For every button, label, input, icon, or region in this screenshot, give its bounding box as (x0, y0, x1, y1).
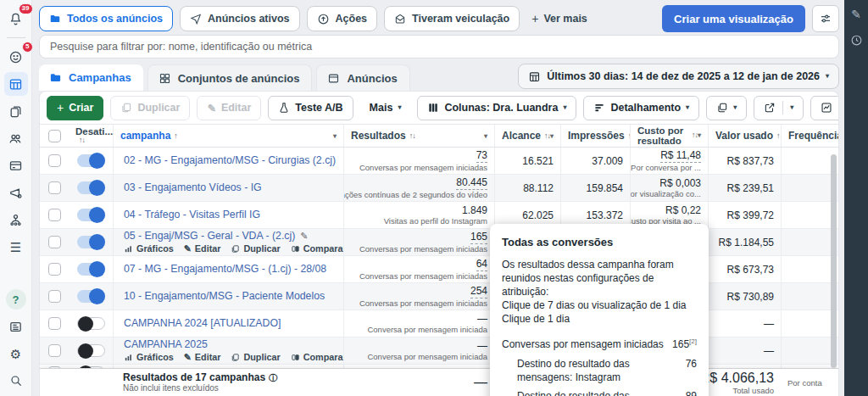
result-value[interactable]: — (477, 340, 487, 352)
campaign-toggle[interactable] (77, 263, 105, 276)
row-checkbox[interactable] (48, 154, 61, 167)
updates-button[interactable] (4, 315, 28, 338)
header-toggle[interactable]: Desati... ↑↓ (69, 125, 113, 147)
campaign-toggle[interactable] (77, 236, 105, 248)
charts-panel-button[interactable] (810, 96, 839, 120)
chevron-down-icon: ▾ (484, 132, 487, 140)
ab-test-button[interactable]: Teste A/B (268, 96, 353, 120)
toolbar-right: Colunas: Dra. Luandra ▾ Detalhamento ▾ ▾ (417, 96, 839, 120)
all-tools-menu-icon[interactable]: ☰ (4, 235, 28, 259)
result-value[interactable]: 64 (476, 258, 487, 271)
select-all-checkbox[interactable] (48, 130, 61, 142)
campaign-name-link[interactable]: 07 - MG - Engajamento/MSG - (1.cj) - 28/… (124, 263, 326, 275)
campaign-name-link[interactable]: 10 - Engajamento/MSG - Paciente Modelos (124, 290, 325, 302)
campaign-toggle[interactable] (77, 209, 105, 221)
header-impressions[interactable]: Impressões ↑↓ ▾ (560, 125, 630, 147)
date-range-picker[interactable]: Últimos 30 dias: 14 de dez de 2025 a 12 … (518, 64, 839, 89)
duplicate-action[interactable]: Duplicar (231, 243, 280, 254)
adjust-filters-button[interactable] (812, 5, 839, 32)
edit-name-icon[interactable]: ✎ (300, 231, 308, 242)
campaign-name-link[interactable]: 04 - Tráfego - Visitas Perfil IG (124, 209, 260, 220)
edit-tool-icon[interactable]: ✎ (851, 8, 861, 20)
filter-had-delivery[interactable]: Tiveram veiculação (384, 6, 520, 31)
cost-value[interactable]: R$ 0,22 (665, 204, 701, 216)
campaign-toggle[interactable] (77, 344, 105, 357)
duplicate-button[interactable]: Duplicar (110, 96, 190, 120)
campaign-name-link[interactable]: CAMPANHA 2024 [ATUALIZADO] (124, 317, 281, 329)
result-value[interactable]: 73 (476, 149, 487, 162)
edit-action[interactable]: ✎Editar (184, 243, 221, 254)
edit-button[interactable]: ✎ Editar (197, 96, 261, 120)
row-checkbox[interactable] (48, 263, 61, 276)
campaign-name-link[interactable]: 02 - MG - Engajamento/MSG - Cirurgias (2… (124, 154, 336, 166)
header-label: Alcance (502, 130, 541, 142)
create-view-button[interactable]: Criar uma visualização (662, 5, 805, 32)
compare-action[interactable]: Comparar (291, 352, 343, 362)
campaign-name-link[interactable]: 03 - Engajamento Vídeos - IG (124, 181, 262, 193)
campaign-name-link[interactable]: CAMPANHA 2025 (124, 338, 208, 350)
business-account-icon[interactable]: 5 (4, 45, 28, 69)
info-icon[interactable]: ⓘ (269, 373, 277, 382)
help-button[interactable]: ? (4, 287, 28, 311)
filter-actions[interactable]: Ações (307, 6, 378, 31)
edit-action[interactable]: ✎Editar (184, 352, 221, 362)
sidebar-item-ads-settings[interactable] (4, 181, 28, 204)
row-checkbox[interactable] (48, 209, 61, 221)
export-button[interactable]: ▾ (754, 96, 804, 120)
campaign-toggle[interactable] (77, 181, 105, 194)
sidebar-item-business-assets[interactable] (4, 208, 28, 231)
campaign-toggle[interactable] (77, 290, 105, 303)
result-value[interactable]: 254 (470, 285, 487, 298)
cost-value[interactable]: R$ 0,003 (659, 177, 701, 189)
reports-button[interactable]: ▾ (706, 96, 747, 120)
header-frequency[interactable]: Frequência (781, 125, 838, 147)
campaign-cell: CAMPANHA 2025 Gráficos ✎Editar Duplicar … (113, 337, 343, 364)
row-checkbox[interactable] (48, 290, 61, 303)
header-reach[interactable]: Alcance ↑↓ ▾ (494, 125, 560, 147)
charts-action[interactable]: Gráficos (124, 352, 174, 362)
sidebar-item-pages[interactable] (4, 99, 28, 123)
notifications-bell-icon[interactable]: 39 (4, 7, 28, 31)
row-checkbox[interactable] (48, 181, 61, 194)
more-button[interactable]: Mais ▾ (360, 96, 411, 120)
header-results[interactable]: Resultados ↑↓ ▾ (343, 125, 494, 147)
filter-active-ads[interactable]: Anúncios ativos (180, 6, 300, 31)
breakdown-button[interactable]: Detalhamento ▾ (583, 96, 699, 120)
header-campaign[interactable]: campanha ↑ ▾ (113, 125, 343, 147)
header-cost-per-result[interactable]: Custo por resultado ↑↓ ▾ (630, 125, 708, 147)
columns-button[interactable]: Colunas: Dra. Luandra ▾ (417, 96, 576, 120)
sidebar-item-audiences[interactable] (4, 126, 28, 150)
sidebar-item-billing[interactable] (4, 153, 28, 177)
cost-value[interactable]: R$ 11,48 (660, 149, 701, 162)
settings-button[interactable]: ⚙ (4, 342, 28, 365)
create-button[interactable]: + Criar (47, 96, 103, 120)
clock-history-icon[interactable] (850, 34, 863, 47)
campaign-cell: 05 - Engaj/MSG - Geral - VDA - (2.cj)✎ G… (113, 229, 343, 255)
result-value[interactable]: 165 (470, 231, 487, 243)
tab-ad-sets[interactable]: Conjuntos de anúncios (147, 64, 313, 91)
result-value[interactable]: 1.849 (462, 204, 487, 216)
search-input[interactable] (39, 35, 839, 59)
vertical-scrollbar[interactable] (831, 154, 837, 368)
campaign-toggle[interactable] (77, 154, 105, 167)
duplicate-action[interactable]: Duplicar (231, 352, 280, 362)
filter-all-ads[interactable]: Todos os anúncios (39, 6, 173, 31)
row-checkbox[interactable] (48, 344, 61, 357)
tab-ads[interactable]: Anúncios (316, 64, 409, 91)
tab-campaigns[interactable]: Campanhas (39, 64, 143, 91)
row-checkbox[interactable] (48, 236, 61, 248)
chevron-down-icon: ▾ (790, 104, 793, 111)
search-button[interactable] (4, 369, 28, 393)
compare-action[interactable]: Comparar (291, 243, 343, 254)
header-amount-spent[interactable]: Valor usado ↑↓ ▾ (708, 125, 781, 147)
charts-action[interactable]: Gráficos (124, 243, 174, 254)
result-value[interactable]: — (477, 313, 487, 325)
sidebar-item-ads-manager[interactable] (4, 72, 28, 96)
see-more-filters-button[interactable]: + Ver mais (526, 12, 593, 25)
campaign-toggle[interactable] (77, 317, 105, 330)
result-value[interactable]: 80.445 (456, 176, 487, 189)
toggle-knob (89, 261, 105, 277)
spent-cell: — (708, 337, 781, 364)
campaign-name-link[interactable]: 05 - Engaj/MSG - Geral - VDA - (2.cj)✎ (124, 230, 309, 242)
row-checkbox[interactable] (48, 317, 61, 330)
